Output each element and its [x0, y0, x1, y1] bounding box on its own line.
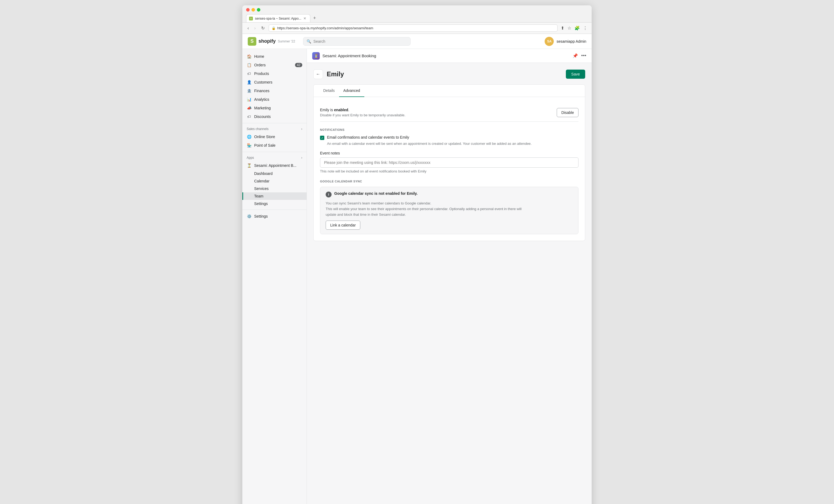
- products-icon: 🏷: [247, 71, 251, 76]
- event-notes-hint: This note will be included on all event …: [320, 169, 578, 173]
- sales-channels-header: Sales channels ›: [242, 126, 307, 132]
- tab-advanced[interactable]: Advanced: [339, 85, 364, 97]
- sidebar-main-nav: 🏠 Home 📋 Orders 42 🏷 Products 👤 Customer…: [242, 52, 307, 121]
- checkbox-label: Email confirmations and calendar events …: [327, 135, 409, 139]
- disable-button[interactable]: Disable: [557, 108, 578, 117]
- gc-title: GOOGLE CALENDAR SYNC: [320, 180, 578, 183]
- app-layout: 🏠 Home 📋 Orders 42 🏷 Products 👤 Customer…: [242, 49, 592, 504]
- back-button[interactable]: ←: [313, 69, 323, 79]
- traffic-light-red[interactable]: [246, 8, 249, 12]
- tab-details-label: Details: [323, 88, 335, 93]
- home-icon: 🏠: [247, 54, 251, 59]
- search-input[interactable]: [313, 39, 407, 44]
- back-nav-button[interactable]: ‹: [246, 25, 250, 31]
- sidebar-sub-settings-app[interactable]: Settings: [242, 200, 307, 207]
- sidebar-item-label: Settings: [254, 214, 268, 218]
- apps-chevron[interactable]: ›: [301, 156, 302, 159]
- customers-icon: 👤: [247, 80, 251, 84]
- status-suffix: .: [348, 108, 349, 112]
- search-bar[interactable]: 🔍: [303, 37, 411, 46]
- event-notes-label: Event notes: [320, 151, 578, 155]
- pos-icon: 🏪: [247, 143, 251, 148]
- tab-advanced-label: Advanced: [343, 88, 360, 93]
- sales-channels-label: Sales channels: [247, 127, 268, 131]
- gc-box-title: Google calendar sync is not enabled for …: [334, 191, 418, 196]
- gc-info-text: You can sync Sesami's team member calend…: [326, 201, 573, 217]
- notifications-block: NOTIFICATIONS Email confirmations and ca…: [320, 128, 578, 146]
- new-tab-button[interactable]: +: [310, 14, 319, 22]
- gc-info-content: Google calendar sync is not enabled for …: [334, 191, 418, 196]
- finances-icon: 🏦: [247, 89, 251, 93]
- extensions-icon[interactable]: 🧩: [574, 25, 580, 31]
- sidebar-item-sesami[interactable]: ⏳ Sesami: Appointment B...: [242, 161, 307, 170]
- discounts-icon: 🏷: [247, 114, 251, 119]
- gc-info-box: i Google calendar sync is not enabled fo…: [320, 187, 578, 234]
- gc-info-header: i Google calendar sync is not enabled fo…: [326, 191, 573, 197]
- browser-tab[interactable]: S senses-spa-la ~ Sesami: Appo... ✕: [246, 14, 310, 22]
- email-checkbox[interactable]: [320, 136, 324, 140]
- admin-name: sesamiapp Admin: [556, 39, 586, 44]
- sidebar-item-label: Analytics: [254, 97, 269, 102]
- share-icon[interactable]: ⬆: [560, 25, 565, 31]
- traffic-light-yellow[interactable]: [251, 8, 255, 12]
- sidebar-sub-services[interactable]: Services: [242, 185, 307, 192]
- online-store-icon: 🌐: [247, 135, 251, 139]
- team-label: Team: [254, 194, 263, 198]
- save-button[interactable]: Save: [566, 70, 585, 79]
- bookmark-icon[interactable]: ☆: [567, 25, 572, 31]
- lock-icon: 🔒: [272, 26, 276, 30]
- advanced-tab-content: Emily is enabled. Disable if you want Em…: [313, 97, 585, 241]
- sidebar-item-label: Marketing: [254, 106, 270, 110]
- sidebar-item-finances[interactable]: 🏦 Finances: [242, 87, 307, 95]
- calendar-label: Calendar: [254, 179, 269, 183]
- status-section: Emily is enabled. Disable if you want Em…: [320, 104, 578, 122]
- status-info: Emily is enabled. Disable if you want Em…: [320, 108, 405, 117]
- tab-close-icon[interactable]: ✕: [303, 16, 306, 20]
- shopify-logo: S shopify Summer '22: [248, 37, 295, 46]
- sidebar-item-home[interactable]: 🏠 Home: [242, 52, 307, 61]
- sales-channels-chevron[interactable]: ›: [301, 127, 302, 131]
- event-notes-section: Event notes This note will be included o…: [320, 151, 578, 173]
- sidebar-item-settings[interactable]: ⚙️ Settings: [242, 212, 307, 221]
- sidebar-item-point-of-sale[interactable]: 🏪 Point of Sale: [242, 141, 307, 150]
- more-nav-icon[interactable]: ⋮: [583, 25, 588, 31]
- link-calendar-button[interactable]: Link a calendar: [326, 221, 360, 230]
- app-bar-right: 📌 •••: [573, 53, 586, 59]
- sidebar: 🏠 Home 📋 Orders 42 🏷 Products 👤 Customer…: [242, 49, 307, 504]
- info-icon: i: [326, 192, 332, 197]
- app-bar: ⏳ Sesami: Appointment Booking 📌 •••: [307, 49, 592, 63]
- sidebar-divider-2: [242, 152, 307, 152]
- checkbox-row: Email confirmations and calendar events …: [320, 135, 578, 140]
- sidebar-sales-channels: Sales channels › 🌐 Online Store 🏪 Point …: [242, 126, 307, 150]
- tab-title: senses-spa-la ~ Sesami: Appo...: [255, 17, 301, 20]
- sidebar-sub-dashboard[interactable]: Dashboard: [242, 170, 307, 177]
- sidebar-item-orders[interactable]: 📋 Orders 42: [242, 61, 307, 69]
- shopify-version: Summer '22: [278, 40, 295, 43]
- main-card: Details Advanced Emily is enabled.: [313, 84, 585, 241]
- sidebar-item-products[interactable]: 🏷 Products: [242, 69, 307, 78]
- gc-line3: update and block that time in their Sesa…: [326, 213, 406, 217]
- more-menu-icon[interactable]: •••: [581, 53, 586, 59]
- event-notes-input[interactable]: [320, 157, 578, 168]
- sidebar-item-online-store[interactable]: 🌐 Online Store: [242, 132, 307, 141]
- sidebar-item-marketing[interactable]: 📣 Marketing: [242, 104, 307, 112]
- sidebar-item-customers[interactable]: 👤 Customers: [242, 78, 307, 87]
- sesami-app-icon: ⏳: [312, 52, 320, 60]
- orders-badge: 42: [295, 63, 302, 67]
- sidebar-item-label: Finances: [254, 89, 269, 93]
- page-header-left: ← Emily: [313, 69, 344, 79]
- status-text: Emily is enabled.: [320, 108, 405, 112]
- app-header: S shopify Summer '22 🔍 SA sesamiapp Admi…: [242, 34, 592, 49]
- sidebar-item-discounts[interactable]: 🏷 Discounts: [242, 112, 307, 121]
- forward-nav-button[interactable]: ›: [253, 25, 257, 31]
- reload-button[interactable]: ↻: [260, 25, 266, 31]
- sidebar-item-analytics[interactable]: 📊 Analytics: [242, 95, 307, 104]
- pin-icon[interactable]: 📌: [573, 53, 578, 58]
- app-bar-title: Sesami: Appointment Booking: [323, 53, 376, 58]
- sidebar-sub-calendar[interactable]: Calendar: [242, 177, 307, 185]
- services-label: Services: [254, 187, 269, 191]
- traffic-light-green[interactable]: [257, 8, 260, 12]
- url-input[interactable]: [277, 26, 554, 30]
- tab-details[interactable]: Details: [319, 85, 339, 97]
- sidebar-sub-team[interactable]: Team: [242, 192, 307, 200]
